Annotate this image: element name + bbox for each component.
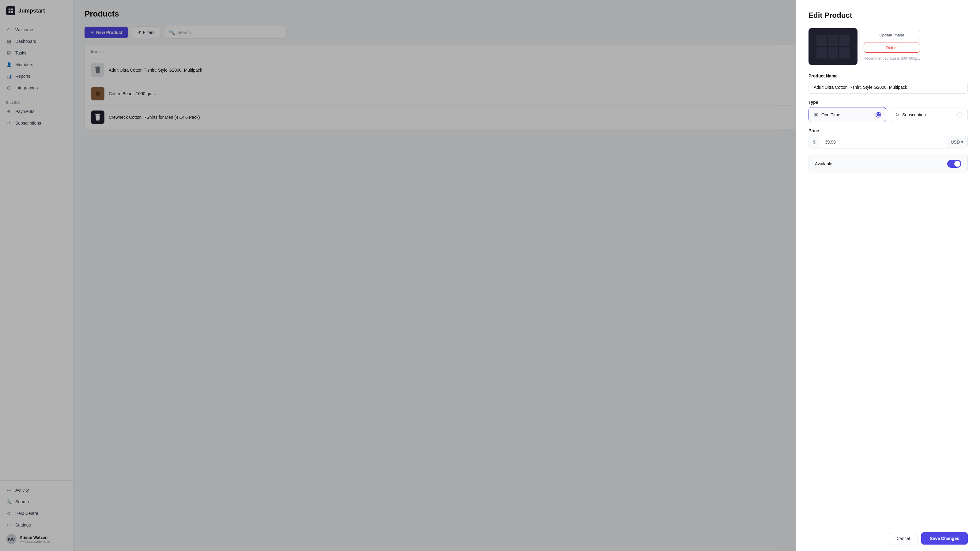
- image-actions: Update Image Delete Recommended size is …: [864, 28, 920, 60]
- price-label: Price: [808, 128, 968, 133]
- one-time-icon: ▣: [814, 112, 818, 118]
- modal-footer: Cancel Save Changes: [796, 526, 980, 551]
- available-label: Available: [815, 161, 832, 166]
- toggle-knob: [954, 161, 960, 167]
- edit-product-panel: × Edit Product Updat: [796, 0, 980, 551]
- available-row: Available: [808, 155, 968, 173]
- type-option-subscription[interactable]: ↻ Subscription: [890, 107, 968, 122]
- one-time-label: One-Time: [821, 112, 840, 117]
- type-options: ▣ One-Time ↻ Subscription: [808, 107, 968, 122]
- modal-overlay: × Edit Product Updat: [0, 0, 980, 551]
- subscription-icon: ↻: [895, 112, 899, 118]
- price-input[interactable]: [820, 136, 946, 148]
- one-time-radio[interactable]: [875, 112, 881, 118]
- product-name-label: Product Name: [808, 73, 968, 78]
- price-group: Price $ USD ▾: [808, 128, 968, 148]
- type-option-left: ▣ One-Time: [814, 112, 840, 118]
- product-name-group: Product Name: [808, 73, 968, 94]
- price-prefix: $: [809, 136, 820, 148]
- currency-value: USD: [951, 140, 960, 144]
- available-toggle[interactable]: [947, 160, 961, 168]
- cancel-button[interactable]: Cancel: [889, 532, 918, 545]
- product-image-preview: [808, 28, 858, 65]
- currency-select[interactable]: USD ▾: [946, 136, 967, 148]
- type-label: Type: [808, 100, 968, 105]
- tshirt-grid: [815, 33, 851, 60]
- subscription-label: Subscription: [902, 112, 926, 117]
- product-name-input[interactable]: [808, 81, 968, 94]
- price-input-wrap: $ USD ▾: [808, 136, 968, 148]
- modal-body: Edit Product Update Image D: [796, 0, 980, 526]
- type-option-one-time[interactable]: ▣ One-Time: [808, 107, 886, 122]
- modal-title: Edit Product: [808, 11, 968, 20]
- image-hint: Recommended size is 800×600px.: [864, 56, 920, 60]
- chevron-down-icon: ▾: [961, 140, 963, 144]
- update-image-button[interactable]: Update Image: [864, 30, 920, 40]
- save-changes-button[interactable]: Save Changes: [921, 532, 968, 545]
- image-section: Update Image Delete Recommended size is …: [808, 28, 968, 65]
- subscription-radio[interactable]: [957, 112, 963, 118]
- type-option-sub-left: ↻ Subscription: [895, 112, 926, 118]
- delete-image-button[interactable]: Delete: [864, 43, 920, 52]
- type-group: Type ▣ One-Time ↻ Subscription: [808, 100, 968, 122]
- overlay-spacer: [0, 0, 796, 551]
